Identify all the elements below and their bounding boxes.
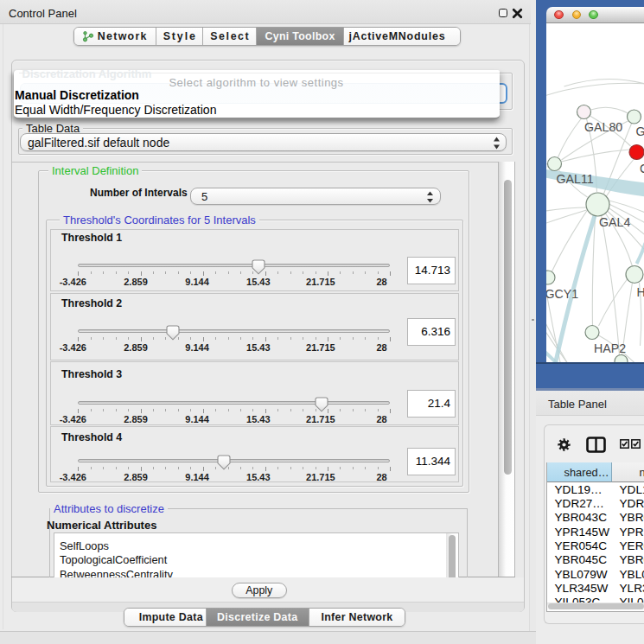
svg-text:GAL11: GAL11 [556,172,593,186]
svg-text:GAL4: GAL4 [599,215,630,229]
svg-text:H: H [636,285,644,299]
svg-text:GCY1: GCY1 [546,287,578,301]
svg-text:GA: GA [635,124,644,138]
svg-text:GAL80: GAL80 [584,120,622,134]
svg-text:HAP2: HAP2 [594,341,626,355]
svg-text:CY: CY [640,162,644,175]
